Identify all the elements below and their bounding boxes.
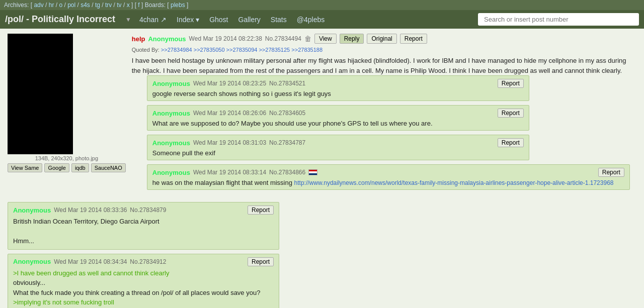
post-date: Wed Mar 19 2014 08:22:38 [189, 35, 262, 42]
reply-num-1: No.27834605 [269, 110, 305, 117]
main-content: 134B, 240x320, photo.jpg View Same Googl… [0, 29, 644, 308]
reply-name-3: Anonymous [152, 169, 190, 176]
archive-x[interactable]: x [127, 2, 130, 9]
archive-tv[interactable]: tv [117, 2, 121, 9]
reply-date-2: Wed Mar 19 2014 08:31:03 [193, 139, 266, 146]
reply-date-0: Wed Mar 19 2014 08:23:25 [193, 80, 266, 87]
greentext-1d: >implying it's not some fucking troll [13, 297, 274, 307]
bottom-date-0: Wed Mar 19 2014 08:33:36 [54, 207, 127, 214]
bottom-post-header-0: Anonymous Wed Mar 19 2014 08:33:36 No.27… [13, 206, 274, 215]
archives-bar: Archives: [ adv / hr / o / pol / s4s / t… [0, 0, 644, 10]
bottom-num-1: No.27834912 [130, 258, 166, 265]
saucenao-button[interactable]: SauceNAO [91, 163, 126, 172]
image-meta: 134B, 240x320, photo.jpg [8, 155, 126, 161]
archive-hr[interactable]: hr [49, 2, 54, 9]
site-title: /pol/ - Politically Incorrect [5, 14, 115, 25]
bottom-name-1: Anonymous [13, 258, 51, 265]
post-image[interactable] [8, 34, 73, 154]
bottom-posts: Anonymous Wed Mar 19 2014 08:33:36 No.27… [8, 202, 636, 308]
board-plebs[interactable]: plebs [171, 2, 185, 9]
reply-button[interactable]: Reply [340, 34, 364, 44]
reply-num-2: No.27834787 [269, 139, 305, 146]
reply-post-0: Anonymous Wed Mar 19 2014 08:23:25 No.27… [147, 75, 529, 101]
normal-1c: What the fuck made you think creating a … [13, 288, 274, 298]
archive-adv[interactable]: adv [34, 2, 43, 9]
report-button[interactable]: Report [400, 34, 427, 44]
google-button[interactable]: Google [44, 163, 69, 172]
search-input[interactable] [478, 13, 639, 26]
quoted-by-label: Quoted By: [132, 47, 159, 53]
bottom-text-1: >I have been drugged as well and cannot … [13, 268, 274, 307]
archives-label: Archives: [4, 2, 29, 9]
reply-post-3: Anonymous Wed Mar 19 2014 08:33:14 No.27… [147, 164, 630, 190]
reply-header-2: Anonymous Wed Mar 19 2014 08:31:03 No.27… [152, 138, 524, 147]
reply-num-0: No.27834521 [269, 80, 305, 87]
post-image-block: 134B, 240x320, photo.jpg View Same Googl… [8, 34, 126, 194]
nav-4plebs[interactable]: @4plebs [295, 15, 327, 25]
quote-ref-3[interactable]: >>27835094 [226, 47, 258, 53]
post-header: help Anonymous Wed Mar 19 2014 08:22:38 … [132, 34, 636, 44]
reply-name-1: Anonymous [152, 110, 190, 117]
reply-header-1: Anonymous Wed Mar 19 2014 08:26:06 No.27… [152, 109, 524, 118]
reply-post-2: Anonymous Wed Mar 19 2014 08:31:03 No.27… [147, 135, 529, 160]
bottom-report-1[interactable]: Report [248, 257, 274, 266]
bottom-report-0[interactable]: Report [248, 206, 274, 215]
normal-1b: obviously... [13, 278, 274, 288]
reply-post-1: Anonymous Wed Mar 19 2014 08:26:06 No.27… [147, 105, 529, 131]
reply-report-1[interactable]: Report [498, 109, 524, 118]
archive-s4s[interactable]: s4s [80, 2, 90, 9]
reply-date-1: Wed Mar 19 2014 08:26:06 [193, 110, 266, 117]
quote-ref-2[interactable]: >>27835050 [194, 47, 225, 53]
reply-link-3[interactable]: http://www.nydailynews.com/news/world/te… [294, 179, 614, 186]
bottom-name-0: Anonymous [13, 207, 51, 214]
original-button[interactable]: Original [367, 34, 396, 44]
archive-pol[interactable]: pol [67, 2, 75, 9]
reply-report-0[interactable]: Report [498, 79, 524, 88]
main-post: 134B, 240x320, photo.jpg View Same Googl… [8, 34, 636, 194]
reply-name-0: Anonymous [152, 80, 190, 87]
nav-4chan[interactable]: 4chan ↗ [137, 15, 169, 25]
reply-name-2: Anonymous [152, 139, 190, 147]
reply-text-3: he was on the malaysian flight that went… [152, 179, 624, 186]
reply-section: Anonymous Wed Mar 19 2014 08:23:25 No.27… [147, 75, 636, 190]
bottom-text-0: British Indian Ocean Territory, Diego Ga… [13, 217, 274, 246]
bottom-post-header-1: Anonymous Wed Mar 19 2014 08:34:34 No.27… [13, 257, 274, 266]
trash-button[interactable]: 🗑 [304, 35, 311, 43]
quote-ref-4[interactable]: >>27835125 [259, 47, 290, 53]
archive-trv[interactable]: trv [105, 2, 112, 9]
quote-ref-1[interactable]: >>27834984 [161, 47, 192, 53]
post-tag: help [132, 35, 145, 43]
iqdb-button[interactable]: iqdb [71, 163, 89, 172]
nav-ghost[interactable]: Ghost [207, 15, 230, 25]
reply-report-3[interactable]: Report [598, 168, 624, 177]
image-buttons: View Same Google iqdb SauceNAO [8, 163, 126, 172]
bottom-num-0: No.27834879 [130, 207, 166, 214]
nav-gallery[interactable]: Gallery [236, 15, 263, 25]
post-text: I have been held hostage by unknown mili… [132, 56, 636, 75]
bottom-post-1: Anonymous Wed Mar 19 2014 08:34:34 No.27… [8, 254, 279, 309]
nav-stats[interactable]: Stats [269, 15, 289, 25]
nav-bar: /pol/ - Politically Incorrect ▼ 4chan ↗ … [0, 10, 644, 29]
bottom-post-0: Anonymous Wed Mar 19 2014 08:33:36 No.27… [8, 202, 279, 250]
flag-icon [308, 169, 317, 175]
reply-header-0: Anonymous Wed Mar 19 2014 08:23:25 No.27… [152, 79, 524, 88]
archive-f[interactable]: f [138, 2, 139, 9]
reply-report-2[interactable]: Report [498, 138, 524, 147]
post-content: help Anonymous Wed Mar 19 2014 08:22:38 … [132, 34, 636, 194]
quote-ref-5[interactable]: >>27835188 [291, 47, 323, 53]
nav-dropdown-icon[interactable]: ▼ [125, 16, 131, 23]
reply-text-0: google reverse search shows nothing so i… [152, 90, 524, 97]
view-same-button[interactable]: View Same [8, 163, 42, 172]
reply-header-3: Anonymous Wed Mar 19 2014 08:33:14 No.27… [152, 168, 624, 177]
reply-date-3: Wed Mar 19 2014 08:33:14 [193, 169, 266, 176]
greentext-1a: >I have been drugged as well and cannot … [13, 268, 274, 278]
reply-num-3: No.27834866 [269, 169, 305, 176]
reply-text-2: Someone pull the exif [152, 149, 524, 157]
archive-tg[interactable]: tg [95, 2, 100, 9]
view-button[interactable]: View [314, 34, 337, 44]
archive-o[interactable]: o [59, 2, 62, 9]
post-name: Anonymous [148, 35, 186, 43]
bottom-date-1: Wed Mar 19 2014 08:34:34 [54, 258, 127, 265]
boards-label: Boards: [145, 2, 166, 9]
nav-index[interactable]: Index ▾ [175, 15, 201, 25]
